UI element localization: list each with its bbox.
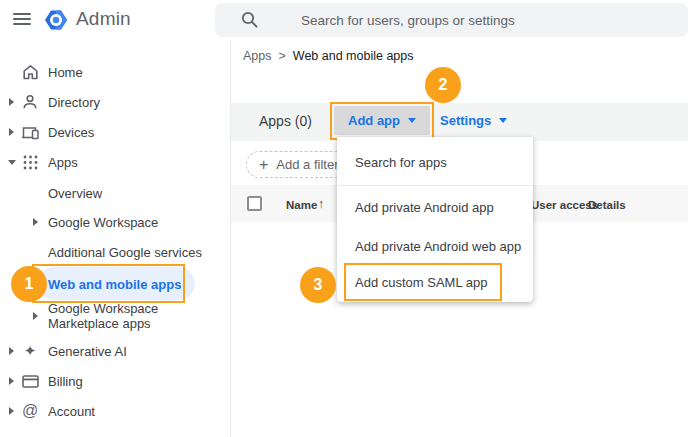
sidebar-item-label: Devices — [48, 125, 94, 140]
sparkle-icon: ✦ — [21, 342, 39, 360]
home-icon — [21, 63, 39, 81]
sidebar-item-label: Generative AI — [48, 344, 127, 359]
sidebar-item-label: Directory — [48, 95, 100, 110]
sidebar-item-home[interactable]: Home — [0, 58, 228, 86]
sidebar-item-label: Google Workspace Marketplace apps — [48, 301, 173, 331]
chevron-down-icon — [8, 160, 16, 165]
sidebar-item-billing[interactable]: Billing — [0, 367, 228, 395]
breadcrumb-current: Web and mobile apps — [293, 49, 414, 63]
chevron-right-icon — [33, 312, 38, 320]
search-input[interactable] — [301, 3, 681, 37]
sidebar-item-directory[interactable]: Directory — [0, 88, 228, 116]
column-header-details: Details — [588, 199, 626, 211]
sidebar-item-google-workspace[interactable]: Google Workspace — [0, 208, 228, 236]
sidebar-item-label: Additional Google services — [48, 245, 202, 260]
credit-card-icon — [21, 372, 39, 390]
sidebar-item-account[interactable]: @ Account — [0, 397, 228, 425]
chevron-right-icon — [9, 347, 14, 355]
breadcrumb-parent[interactable]: Apps — [243, 49, 272, 63]
chevron-right-icon — [9, 128, 14, 136]
plus-icon: + — [259, 157, 268, 173]
chevron-right-icon — [33, 218, 38, 226]
sort-ascending-icon[interactable]: ↑ — [318, 197, 324, 211]
annotation-step-3-badge: 3 — [300, 267, 336, 303]
column-header-name[interactable]: Name — [286, 199, 317, 211]
breadcrumb-separator-icon: > — [279, 49, 286, 63]
sidebar-item-additional-google-services[interactable]: Additional Google services — [0, 238, 228, 266]
chevron-right-icon — [9, 377, 14, 385]
add-filter-label: Add a filter — [276, 157, 338, 172]
menu-item-add-custom-saml-app[interactable]: Add custom SAML app — [337, 263, 533, 301]
menu-hamburger-icon[interactable] — [13, 13, 31, 26]
search-icon — [241, 11, 258, 28]
search-bar[interactable] — [215, 3, 688, 37]
menu-item-label: Add private Android app — [355, 200, 494, 215]
menu-item-label: Add custom SAML app — [355, 275, 487, 290]
person-icon — [21, 93, 39, 111]
sidebar-item-generative-ai[interactable]: ✦ Generative AI — [0, 337, 228, 365]
sidebar-item-devices[interactable]: Devices — [0, 118, 228, 146]
sidebar-item-overview[interactable]: Overview — [0, 179, 228, 207]
at-sign-icon: @ — [21, 402, 39, 420]
settings-label: Settings — [440, 113, 491, 128]
add-app-button[interactable]: Add app — [334, 106, 430, 135]
sidebar-item-label: Overview — [48, 186, 102, 201]
chevron-right-icon — [9, 407, 14, 415]
menu-item-add-private-android-web-app[interactable]: Add private Android web app — [337, 227, 533, 265]
sidebar: Home Directory Devices — [0, 40, 231, 437]
google-admin-logo — [44, 8, 68, 32]
chevron-right-icon — [9, 98, 14, 106]
apps-count-label: Apps (0) — [259, 113, 312, 129]
add-app-label: Add app — [348, 113, 400, 128]
menu-item-add-private-android-app[interactable]: Add private Android app — [337, 188, 533, 226]
apps-grid-icon — [21, 153, 39, 171]
sidebar-item-label: Account — [48, 404, 95, 419]
dropdown-caret-icon — [408, 118, 416, 123]
select-all-checkbox[interactable] — [247, 196, 262, 211]
annotation-step-1-badge: 1 — [11, 266, 47, 302]
sidebar-item-label: Web and mobile apps — [48, 276, 181, 291]
sidebar-item-google-workspace-marketplace-apps[interactable]: Google Workspace Marketplace apps — [0, 296, 228, 336]
sidebar-item-label: Home — [48, 65, 83, 80]
menu-divider — [337, 185, 533, 186]
annotation-step-2-badge: 2 — [425, 67, 461, 103]
app-title: Admin — [76, 8, 131, 30]
sidebar-item-label: Billing — [48, 374, 83, 389]
menu-item-label: Add private Android web app — [355, 239, 521, 254]
sidebar-item-label: Apps — [48, 155, 78, 170]
breadcrumb: Apps > Web and mobile apps — [243, 49, 414, 63]
devices-icon — [21, 123, 39, 141]
sidebar-item-label: Google Workspace — [48, 215, 158, 230]
dropdown-caret-icon — [499, 118, 507, 123]
menu-item-search-for-apps[interactable]: Search for apps — [337, 143, 533, 181]
settings-button[interactable]: Settings — [440, 110, 507, 130]
menu-item-label: Search for apps — [355, 155, 447, 170]
sidebar-item-web-and-mobile-apps[interactable]: Web and mobile apps — [38, 267, 195, 300]
add-app-dropdown-menu: Search for apps Add private Android app … — [337, 137, 533, 302]
sidebar-item-apps[interactable]: Apps — [0, 148, 228, 176]
